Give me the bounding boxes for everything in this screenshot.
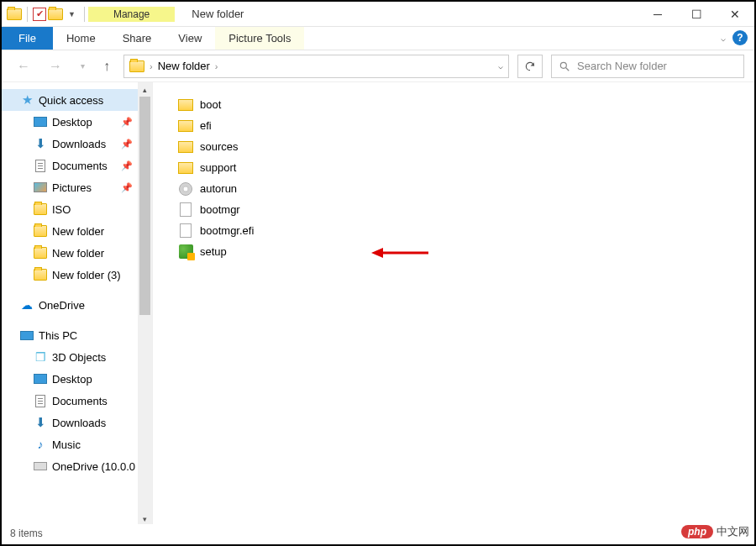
file-item-boot[interactable]: boot	[178, 94, 754, 115]
sidebar-item-desktop[interactable]: Desktop	[2, 368, 138, 390]
qat-dropdown-icon[interactable]: ▼	[65, 10, 79, 18]
watermark-text: 中文网	[717, 524, 749, 539]
sidebar-item-documents[interactable]: Documents📌	[2, 155, 138, 176]
file-name: support	[200, 161, 236, 174]
cube-icon: ❒	[34, 350, 47, 364]
tab-share[interactable]: Share	[109, 27, 165, 50]
quick-access-toolbar: ✔ ▼	[2, 7, 88, 22]
annotation-arrow-icon	[371, 244, 430, 261]
sidebar-item-pictures[interactable]: Pictures📌	[2, 176, 138, 198]
sidebar-onedrive[interactable]: ☁OneDrive	[2, 294, 138, 316]
folder-icon[interactable]	[7, 8, 22, 20]
scrollbar-track[interactable]	[138, 97, 152, 512]
sidebar-item-downloads[interactable]: ⬇Downloads	[2, 412, 138, 433]
address-dropdown-icon[interactable]: ⌵	[498, 61, 503, 71]
sidebar-item-documents[interactable]: Documents	[2, 390, 138, 412]
file-item-bootmgr[interactable]: bootmgr	[178, 199, 754, 220]
title-bar: ✔ ▼ Manage New folder ─ ☐ ✕	[2, 2, 754, 27]
chevron-right-icon[interactable]: ›	[150, 61, 153, 71]
status-bar: 8 items	[3, 524, 753, 543]
file-name: bootmgr	[200, 203, 240, 216]
address-bar[interactable]: › New folder › ⌵	[123, 55, 509, 78]
breadcrumb-item[interactable]: New folder	[158, 60, 210, 72]
navigation-pane: ★ Quick access Desktop📌 ⬇Downloads📌 Docu…	[2, 82, 153, 526]
help-icon[interactable]: ?	[732, 30, 748, 45]
forward-button[interactable]: →	[44, 59, 67, 74]
file-item-support[interactable]: support	[178, 157, 754, 178]
download-icon: ⬇	[34, 137, 47, 150]
tab-picture-tools[interactable]: Picture Tools	[215, 27, 304, 50]
sidebar-item-onedrive-drive[interactable]: OneDrive (10.0.0	[2, 455, 138, 477]
sidebar-quick-access[interactable]: ★ Quick access	[2, 89, 138, 111]
tab-view[interactable]: View	[165, 27, 215, 50]
history-dropdown-icon[interactable]: ▾	[76, 61, 90, 71]
sidebar-this-pc[interactable]: This PC	[2, 324, 138, 346]
document-icon	[35, 395, 45, 407]
sidebar-item-desktop[interactable]: Desktop📌	[2, 111, 138, 133]
sidebar-item-label: Documents	[52, 160, 108, 172]
status-text: 8 items	[10, 528, 43, 539]
picture-icon	[34, 182, 47, 192]
file-item-sources[interactable]: sources	[178, 136, 754, 157]
folder-icon	[178, 162, 193, 174]
sidebar-item-new-folder[interactable]: New folder	[2, 220, 138, 242]
folder-icon	[178, 99, 193, 111]
maximize-button[interactable]: ☐	[677, 2, 716, 27]
desktop-icon	[34, 117, 47, 127]
pin-icon: 📌	[121, 182, 133, 193]
drive-icon	[34, 462, 47, 470]
sidebar-item-label: Downloads	[52, 138, 106, 150]
file-name: bootmgr.efi	[200, 224, 254, 237]
folder-icon	[129, 60, 144, 72]
folder-icon	[34, 247, 47, 259]
ribbon-expand-icon[interactable]: ⌵	[721, 34, 726, 43]
file-item-bootmgr-efi[interactable]: bootmgr.efi	[178, 220, 754, 241]
sidebar-label: This PC	[39, 329, 77, 342]
sidebar-item-music[interactable]: ♪Music	[2, 433, 138, 455]
sidebar-item-label: OneDrive (10.0.0	[52, 460, 135, 473]
separator	[27, 7, 28, 22]
file-name: autorun	[200, 182, 237, 195]
back-button[interactable]: ←	[12, 59, 35, 74]
star-icon: ★	[20, 93, 34, 107]
minimize-button[interactable]: ─	[638, 2, 677, 27]
file-tab[interactable]: File	[2, 27, 53, 50]
close-button[interactable]: ✕	[716, 2, 754, 27]
tab-home[interactable]: Home	[53, 27, 109, 50]
document-icon	[35, 160, 45, 172]
svg-marker-3	[371, 248, 383, 258]
folder-icon	[178, 120, 193, 132]
sidebar-item-downloads[interactable]: ⬇Downloads📌	[2, 133, 138, 155]
file-list[interactable]: boot efi sources support autorun bootmgr…	[153, 82, 754, 526]
pc-icon	[20, 331, 34, 340]
folder-icon	[178, 141, 193, 153]
folder-icon[interactable]	[48, 8, 63, 20]
folder-icon	[34, 225, 47, 237]
sidebar-item-new-folder[interactable]: New folder	[2, 242, 138, 264]
scroll-up-icon[interactable]: ▴	[138, 82, 152, 97]
chevron-right-icon[interactable]: ›	[215, 61, 218, 71]
sidebar-item-new-folder-3[interactable]: New folder (3)	[2, 264, 138, 286]
sidebar-item-3d-objects[interactable]: ❒3D Objects	[2, 346, 138, 368]
sidebar-item-label: ISO	[52, 203, 71, 216]
pin-icon: 📌	[121, 139, 133, 150]
properties-icon[interactable]: ✔	[33, 8, 46, 21]
up-button[interactable]: ↑	[98, 59, 115, 74]
file-item-efi[interactable]: efi	[178, 115, 754, 136]
file-item-autorun[interactable]: autorun	[178, 178, 754, 199]
search-input[interactable]: Search New folder	[551, 55, 744, 78]
sidebar-scrollbar[interactable]: ▴ ▾	[138, 82, 152, 526]
file-icon	[180, 223, 192, 238]
onedrive-icon: ☁	[20, 298, 34, 312]
refresh-button[interactable]	[517, 55, 543, 78]
file-name: sources	[200, 140, 239, 153]
scrollbar-thumb[interactable]	[139, 97, 150, 315]
sidebar-label: Quick access	[39, 94, 103, 107]
pin-icon: 📌	[121, 160, 133, 171]
sidebar-item-iso[interactable]: ISO	[2, 198, 138, 220]
refresh-icon	[524, 60, 536, 72]
sidebar-item-label: Pictures	[52, 181, 92, 194]
sidebar-item-label: Desktop	[52, 373, 92, 386]
file-item-setup[interactable]: setup	[178, 241, 754, 262]
ribbon-tabs: File Home Share View Picture Tools ⌵ ?	[2, 27, 754, 50]
